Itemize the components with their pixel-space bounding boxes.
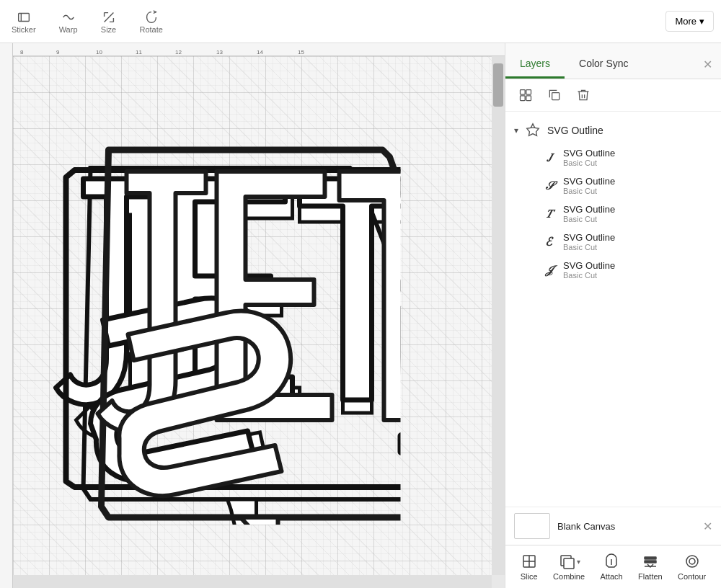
vertical-scrollbar[interactable]: [492, 56, 505, 575]
ruler-tick: 14: [257, 49, 263, 55]
attach-button[interactable]: Attach: [593, 548, 630, 585]
blank-canvas-label: Blank Canvas: [557, 521, 615, 532]
blank-canvas-row[interactable]: Blank Canvas ✕: [505, 507, 721, 545]
warp-label: Warp: [59, 25, 78, 34]
layer-item-type: Basic Cut: [563, 215, 712, 223]
layer-item-icon-j2: 𝒥: [540, 262, 557, 279]
size-button[interactable]: Size: [97, 6, 121, 37]
layer-list: ▾ SVG Outline 𝐽 SVG Outline Basic Cut: [505, 112, 721, 507]
flatten-button[interactable]: Flatten: [631, 548, 670, 585]
layer-item[interactable]: 𝒥 SVG Outline Basic Cut: [505, 256, 721, 284]
ruler-tick: 9: [56, 49, 59, 55]
jets-artwork: [18, 107, 400, 525]
svg-rect-8: [521, 90, 526, 95]
panel-close-button[interactable]: ✕: [694, 50, 721, 79]
ruler-tick: 15: [298, 49, 304, 55]
slice-label: Slice: [521, 572, 538, 581]
layer-item-name: SVG Outline: [563, 232, 712, 243]
layer-item-type: Basic Cut: [563, 243, 712, 251]
warp-group: Warp: [55, 6, 82, 37]
layer-item-name: SVG Outline: [563, 204, 712, 215]
layer-item-info: SVG Outline Basic Cut: [563, 232, 712, 251]
layer-group-svg-outline: ▾ SVG Outline 𝐽 SVG Outline Basic Cut: [505, 117, 721, 284]
sticker-button[interactable]: Sticker: [7, 6, 40, 37]
layer-group-icon: [524, 122, 541, 139]
tab-layers[interactable]: Layers: [505, 50, 565, 79]
layer-item-icon-s: 𝒮: [540, 177, 557, 195]
layer-item-name: SVG Outline: [563, 260, 712, 271]
layer-item-type: Basic Cut: [563, 271, 712, 280]
slice-button[interactable]: Slice: [513, 548, 545, 585]
size-group: Size: [97, 6, 121, 37]
ruler-vertical: [0, 43, 13, 588]
ruler-horizontal: 8 9 10 11 12 13 14 15: [13, 43, 505, 56]
svg-rect-12: [552, 93, 559, 100]
blank-canvas-thumbnail: [514, 513, 550, 539]
layer-grid-view-button[interactable]: [514, 85, 537, 105]
layer-item-info: SVG Outline Basic Cut: [563, 176, 712, 195]
svg-rect-19: [645, 557, 656, 559]
layer-item-icon-t: 𝑇: [540, 205, 557, 223]
ruler-tick: 12: [175, 49, 182, 55]
rotate-label: Rotate: [140, 25, 163, 34]
combine-chevron-icon: ▾: [577, 558, 580, 566]
svg-rect-20: [645, 561, 656, 563]
ruler-tick: 8: [20, 49, 23, 55]
layer-item-icon-j: 𝐽: [540, 149, 557, 166]
combine-label: Combine: [553, 572, 585, 581]
more-chevron-icon: ▾: [699, 16, 704, 27]
contour-label: Contour: [678, 572, 706, 581]
layer-group-name: SVG Outline: [547, 125, 603, 136]
svg-rect-9: [526, 90, 531, 95]
panel-tabs: Layers Color Sync ✕: [505, 43, 721, 79]
sticker-group: Sticker: [7, 6, 40, 37]
grid-canvas: [13, 56, 492, 575]
top-toolbar: Sticker Warp Size Rotate More ▾: [0, 0, 721, 43]
blank-canvas-close-button[interactable]: ✕: [703, 520, 712, 533]
layer-item[interactable]: 𝐽 SVG Outline Basic Cut: [505, 143, 721, 172]
layer-item[interactable]: ℰ SVG Outline Basic Cut: [505, 228, 721, 256]
svg-point-23: [689, 558, 695, 564]
svg-rect-3: [399, 435, 400, 453]
layer-copy-button[interactable]: [543, 85, 566, 105]
attach-label: Attach: [601, 572, 623, 581]
panel-bottom-toolbar: Slice ▾ Combine Attach: [505, 545, 721, 588]
layer-item[interactable]: 𝒮 SVG Outline Basic Cut: [505, 172, 721, 200]
combine-button[interactable]: ▾ Combine: [546, 548, 592, 585]
ruler-tick: 11: [136, 49, 142, 55]
horizontal-scrollbar[interactable]: [13, 575, 492, 588]
more-label: More: [675, 16, 696, 27]
main-area: 8 9 10 11 12 13 14 15: [0, 43, 721, 588]
ruler-tick: 10: [96, 49, 102, 55]
rotate-button[interactable]: Rotate: [136, 6, 167, 37]
rotate-group: Rotate: [136, 6, 167, 37]
size-label: Size: [101, 25, 116, 34]
layer-item-name: SVG Outline: [563, 176, 712, 187]
layer-item-name: SVG Outline: [563, 148, 712, 159]
scroll-thumb-vertical[interactable]: [493, 63, 503, 107]
svg-rect-11: [526, 96, 531, 101]
svg-rect-10: [521, 96, 526, 101]
layer-group-header[interactable]: ▾ SVG Outline: [505, 117, 721, 143]
sticker-label: Sticker: [12, 25, 36, 34]
layer-item-info: SVG Outline Basic Cut: [563, 204, 712, 223]
warp-button[interactable]: Warp: [55, 6, 82, 37]
layer-item-icon-e: ℰ: [540, 233, 557, 251]
layer-delete-button[interactable]: [572, 85, 595, 105]
flatten-label: Flatten: [638, 572, 663, 581]
svg-marker-7: [240, 517, 278, 525]
tab-color-sync[interactable]: Color Sync: [565, 50, 642, 79]
layer-item-type: Basic Cut: [563, 187, 712, 195]
layer-toolbar: [505, 79, 721, 112]
contour-button[interactable]: Contour: [671, 548, 713, 585]
layer-group-chevron-icon: ▾: [514, 125, 518, 135]
layer-item-info: SVG Outline Basic Cut: [563, 260, 712, 280]
svg-rect-0: [18, 13, 29, 21]
more-button[interactable]: More ▾: [665, 11, 714, 32]
layer-item[interactable]: 𝑇 SVG Outline Basic Cut: [505, 200, 721, 228]
canvas-area[interactable]: 8 9 10 11 12 13 14 15: [0, 43, 505, 588]
layer-item-type: Basic Cut: [563, 159, 712, 167]
svg-rect-17: [564, 558, 574, 569]
layer-item-info: SVG Outline Basic Cut: [563, 148, 712, 167]
right-panel: Layers Color Sync ✕: [505, 43, 721, 588]
